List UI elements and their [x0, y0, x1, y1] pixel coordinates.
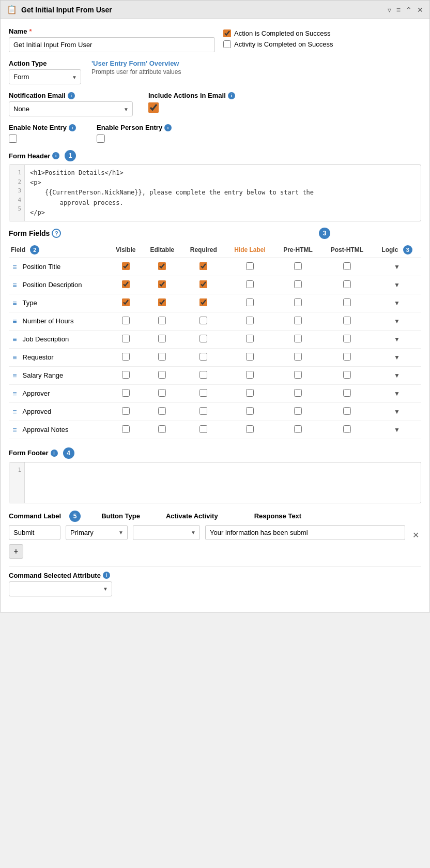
field-hide_label-cell[interactable] [225, 294, 275, 312]
enable-note-checkbox[interactable] [9, 134, 17, 143]
field-pre_html-cell[interactable] [274, 312, 321, 330]
field-visible-cell[interactable] [109, 294, 143, 312]
field-hide_label-cell[interactable] [225, 384, 275, 402]
field-editable-cell[interactable] [143, 312, 182, 330]
filter-icon[interactable]: ▿ [388, 6, 391, 14]
field-logic-cell[interactable]: ▼ [373, 402, 421, 421]
drag-handle[interactable]: ≡ [9, 384, 21, 402]
field-pre_html-cell[interactable] [274, 366, 321, 384]
field-post_html-cell[interactable] [321, 348, 373, 366]
field-required-cell[interactable] [182, 366, 225, 384]
field-visible-cell[interactable] [109, 384, 143, 402]
field-hide_label-cell[interactable] [225, 312, 275, 330]
enable-person-checkbox[interactable] [97, 134, 105, 143]
field-editable-cell[interactable] [143, 348, 182, 366]
drag-handle[interactable]: ≡ [9, 421, 21, 439]
field-editable-cell[interactable] [143, 294, 182, 312]
field-post_html-cell[interactable] [321, 258, 373, 276]
field-post_html-cell[interactable] [321, 402, 373, 421]
include-actions-checkbox[interactable] [148, 102, 159, 113]
field-post_html-cell[interactable] [321, 366, 373, 384]
drag-handle[interactable]: ≡ [9, 312, 21, 330]
close-icon[interactable]: ✕ [417, 6, 423, 14]
field-logic-cell[interactable]: ▼ [373, 366, 421, 384]
cmd-attr-info-icon[interactable]: i [103, 572, 110, 579]
field-required-cell[interactable] [182, 276, 225, 294]
logic-filter-icon[interactable]: ▼ [394, 426, 400, 433]
drag-handle[interactable]: ≡ [9, 348, 21, 366]
field-editable-cell[interactable] [143, 276, 182, 294]
field-required-cell[interactable] [182, 384, 225, 402]
field-hide_label-cell[interactable] [225, 421, 275, 439]
button-type-select[interactable]: Primary [66, 525, 128, 540]
form-footer-info-icon[interactable]: i [51, 450, 58, 457]
field-logic-cell[interactable]: ▼ [373, 258, 421, 276]
drag-handle[interactable]: ≡ [9, 366, 21, 384]
drag-handle[interactable]: ≡ [9, 276, 21, 294]
field-post_html-cell[interactable] [321, 276, 373, 294]
field-visible-cell[interactable] [109, 330, 143, 348]
field-post_html-cell[interactable] [321, 312, 373, 330]
activate-activity-select[interactable] [133, 525, 200, 540]
logic-filter-icon[interactable]: ▼ [394, 300, 400, 307]
field-visible-cell[interactable] [109, 421, 143, 439]
field-logic-cell[interactable]: ▼ [373, 348, 421, 366]
field-logic-cell[interactable]: ▼ [373, 294, 421, 312]
drag-handle[interactable]: ≡ [9, 294, 21, 312]
action-type-select[interactable]: Form [9, 69, 81, 84]
field-logic-cell[interactable]: ▼ [373, 421, 421, 439]
command-label-input[interactable] [9, 525, 60, 540]
enable-note-info-icon[interactable]: i [69, 124, 76, 131]
menu-icon[interactable]: ≡ [396, 6, 401, 14]
notification-email-select[interactable]: None [9, 101, 133, 116]
field-pre_html-cell[interactable] [274, 276, 321, 294]
logic-filter-icon[interactable]: ▼ [394, 318, 400, 325]
action-completed-checkbox[interactable] [223, 29, 231, 37]
field-pre_html-cell[interactable] [274, 421, 321, 439]
field-logic-cell[interactable]: ▼ [373, 330, 421, 348]
field-visible-cell[interactable] [109, 276, 143, 294]
field-hide_label-cell[interactable] [225, 330, 275, 348]
logic-filter-icon[interactable]: ▼ [394, 336, 400, 343]
form-fields-help-icon[interactable]: ? [52, 229, 61, 238]
field-post_html-cell[interactable] [321, 384, 373, 402]
field-post_html-cell[interactable] [321, 330, 373, 348]
field-pre_html-cell[interactable] [274, 384, 321, 402]
activate-activity-dropdown[interactable] [133, 525, 200, 540]
field-visible-cell[interactable] [109, 348, 143, 366]
field-pre_html-cell[interactable] [274, 402, 321, 421]
field-logic-cell[interactable]: ▼ [373, 276, 421, 294]
form-header-info-icon[interactable]: i [52, 152, 59, 159]
field-editable-cell[interactable] [143, 421, 182, 439]
field-visible-cell[interactable] [109, 258, 143, 276]
field-hide_label-cell[interactable] [225, 402, 275, 421]
drag-handle[interactable]: ≡ [9, 330, 21, 348]
drag-handle[interactable]: ≡ [9, 258, 21, 276]
field-editable-cell[interactable] [143, 384, 182, 402]
notification-email-dropdown[interactable]: None [9, 101, 133, 116]
action-type-dropdown[interactable]: Form [9, 69, 81, 84]
notification-info-icon[interactable]: i [68, 92, 75, 99]
field-hide_label-cell[interactable] [225, 258, 275, 276]
field-pre_html-cell[interactable] [274, 348, 321, 366]
field-post_html-cell[interactable] [321, 294, 373, 312]
include-actions-info-icon[interactable]: i [228, 92, 235, 99]
field-required-cell[interactable] [182, 312, 225, 330]
drag-handle[interactable]: ≡ [9, 402, 21, 421]
field-pre_html-cell[interactable] [274, 258, 321, 276]
field-logic-cell[interactable]: ▼ [373, 312, 421, 330]
field-pre_html-cell[interactable] [274, 330, 321, 348]
field-editable-cell[interactable] [143, 330, 182, 348]
field-logic-cell[interactable]: ▼ [373, 384, 421, 402]
field-editable-cell[interactable] [143, 258, 182, 276]
logic-filter-icon[interactable]: ▼ [394, 372, 400, 379]
logic-filter-icon[interactable]: ▼ [394, 354, 400, 361]
field-required-cell[interactable] [182, 348, 225, 366]
response-text-input[interactable] [205, 525, 405, 540]
remove-command-button[interactable]: ✕ [410, 530, 421, 540]
command-selected-attr-dropdown[interactable] [9, 581, 112, 596]
field-pre_html-cell[interactable] [274, 294, 321, 312]
activity-completed-checkbox[interactable] [223, 40, 231, 48]
name-input[interactable] [9, 37, 215, 52]
field-required-cell[interactable] [182, 330, 225, 348]
